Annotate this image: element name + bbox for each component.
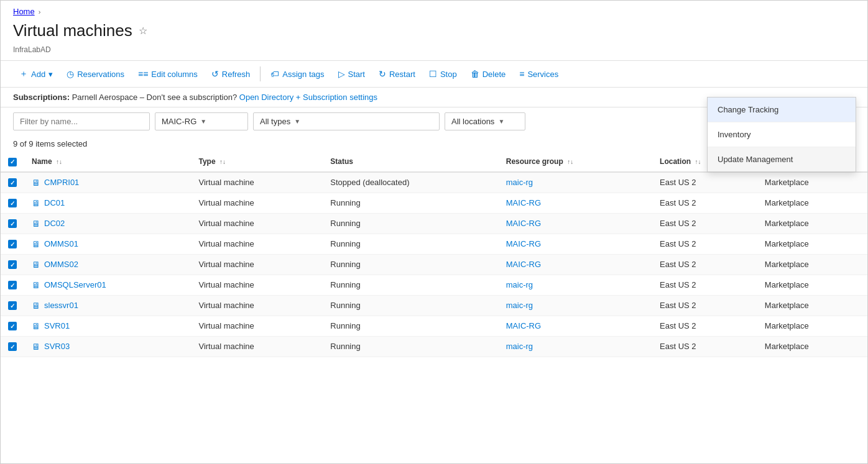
row-checkbox[interactable] [8,260,17,269]
dropdown-item-change-tracking[interactable]: Change Tracking [708,98,856,122]
type-column-header[interactable]: Type ↑↓ [191,152,323,172]
subscriptions-label: Subscriptions: [13,93,70,102]
status-column-header[interactable]: Status [323,152,498,172]
vm-icon: 🖥 [32,280,40,290]
dropdown-item-inventory[interactable]: Inventory [708,122,856,147]
table-row[interactable]: 🖥 DC01 Virtual machine Running MAIC-RG E… [1,193,867,213]
vm-table-container: Name ↑↓ Type ↑↓ Status Resource group ↑↓… [1,152,867,357]
row-checkbox[interactable] [8,281,17,289]
table-row[interactable]: 🖥 SVR01 Virtual machine Running MAIC-RG … [1,316,867,336]
rg-link[interactable]: maic-rg [506,342,533,351]
row-type: Virtual machine [191,275,323,295]
services-label: Services [527,70,558,79]
select-all-checkbox[interactable] [8,158,17,166]
vm-name-link[interactable]: DC01 [44,198,65,207]
vm-name-link[interactable]: DC02 [44,219,65,228]
stop-label: Stop [440,70,457,79]
row-checkbox[interactable] [8,240,17,248]
rg-sort-icon: ↑↓ [567,158,573,165]
name-column-header[interactable]: Name ↑↓ [24,152,191,172]
open-directory-link[interactable]: Open Directory + Subscription settings [239,93,377,102]
vm-name-link[interactable]: OMMS02 [44,260,78,269]
reservations-button[interactable]: ◷ Reservations [60,65,131,83]
row-source: Marketplace [757,336,867,357]
filter-by-name-input[interactable] [13,112,150,130]
vm-name-link[interactable]: OMMS01 [44,239,78,248]
vm-icon: 🖥 [32,321,40,331]
type-value: All types [260,117,290,126]
type-filter[interactable]: All types ▼ [253,112,440,130]
vm-icon: 🖥 [32,198,40,208]
table-row[interactable]: 🖥 CMPRI01 Virtual machine Stopped (deall… [1,172,867,193]
add-button[interactable]: ＋ Add ▾ [13,65,59,83]
row-location: East US 2 [652,193,757,213]
row-status: Running [323,234,498,254]
vm-icon: 🖥 [32,301,40,311]
page-subtitle: InfraLabAD [1,45,867,60]
table-row[interactable]: 🖥 OMMS02 Virtual machine Running MAIC-RG… [1,254,867,275]
table-row[interactable]: 🖥 slessvr01 Virtual machine Running maic… [1,295,867,316]
add-icon: ＋ [19,68,28,80]
services-button[interactable]: ≡ Services [513,65,565,83]
restart-button[interactable]: ↻ Restart [372,65,422,83]
row-checkbox[interactable] [8,178,17,187]
resource-group-column-header[interactable]: Resource group ↑↓ [499,152,652,172]
row-resource-group: maic-rg [499,336,652,357]
type-sort-icon: ↑↓ [219,158,226,165]
pin-icon[interactable]: ☆ [139,25,147,37]
dropdown-item-update-management[interactable]: Update Management [708,147,856,171]
rg-link[interactable]: MAIC-RG [506,198,541,207]
location-filter[interactable]: All locations ▼ [445,112,525,130]
row-source: Marketplace [757,254,867,275]
breadcrumb-home[interactable]: Home [13,7,35,16]
stop-button[interactable]: ☐ Stop [423,65,463,83]
row-name: 🖥 slessvr01 [24,295,191,316]
table-row[interactable]: 🖥 DC02 Virtual machine Running MAIC-RG E… [1,213,867,234]
rg-link[interactable]: MAIC-RG [506,260,541,269]
rg-link[interactable]: MAIC-RG [506,239,541,248]
row-checkbox[interactable] [8,342,17,351]
delete-button[interactable]: 🗑 Delete [464,65,512,83]
row-checkbox-cell [1,275,24,295]
table-row[interactable]: 🖥 OMMS01 Virtual machine Running MAIC-RG… [1,234,867,254]
vm-name-link[interactable]: OMSQLServer01 [44,280,106,289]
rg-link[interactable]: MAIC-RG [506,219,541,228]
vm-name-link[interactable]: CMPRI01 [44,178,79,187]
select-all-column [1,152,24,172]
row-checkbox[interactable] [8,322,17,330]
start-label: Start [348,70,365,79]
row-name: 🖥 CMPRI01 [24,172,191,193]
row-checkbox[interactable] [8,219,17,228]
table-row[interactable]: 🖥 SVR03 Virtual machine Running maic-rg … [1,336,867,357]
subscriptions-value: Parnell Aerospace – Don't see a subscrip… [72,93,238,102]
start-button[interactable]: ▷ Start [332,65,371,83]
restart-label: Restart [389,70,415,79]
row-checkbox[interactable] [8,301,17,310]
rg-link[interactable]: maic-rg [506,178,533,187]
row-name: 🖥 DC02 [24,213,191,234]
table-row[interactable]: 🖥 OMSQLServer01 Virtual machine Running … [1,275,867,295]
resource-group-filter[interactable]: MAIC-RG ▼ [155,112,248,130]
row-name: 🖥 DC01 [24,193,191,213]
rg-link[interactable]: maic-rg [506,301,533,310]
row-location: East US 2 [652,213,757,234]
row-source: Marketplace [757,275,867,295]
rg-link[interactable]: maic-rg [506,280,533,289]
assign-tags-button[interactable]: 🏷 Assign tags [264,65,330,83]
row-name: 🖥 SVR01 [24,316,191,336]
row-location: East US 2 [652,172,757,193]
edit-columns-button[interactable]: ≡≡ Edit columns [132,65,204,83]
row-type: Virtual machine [191,295,323,316]
rg-link[interactable]: MAIC-RG [506,321,541,330]
vm-name-link[interactable]: SVR01 [44,321,70,330]
breadcrumb: Home › [1,1,867,19]
row-checkbox-cell [1,172,24,193]
vm-table: Name ↑↓ Type ↑↓ Status Resource group ↑↓… [1,152,867,357]
refresh-button[interactable]: ↺ Refresh [205,65,257,83]
delete-icon: 🗑 [471,69,479,79]
location-arrow: ▼ [498,118,504,125]
vm-name-link[interactable]: slessvr01 [44,301,78,310]
row-checkbox-cell [1,336,24,357]
vm-name-link[interactable]: SVR03 [44,342,70,351]
row-checkbox[interactable] [8,199,17,207]
